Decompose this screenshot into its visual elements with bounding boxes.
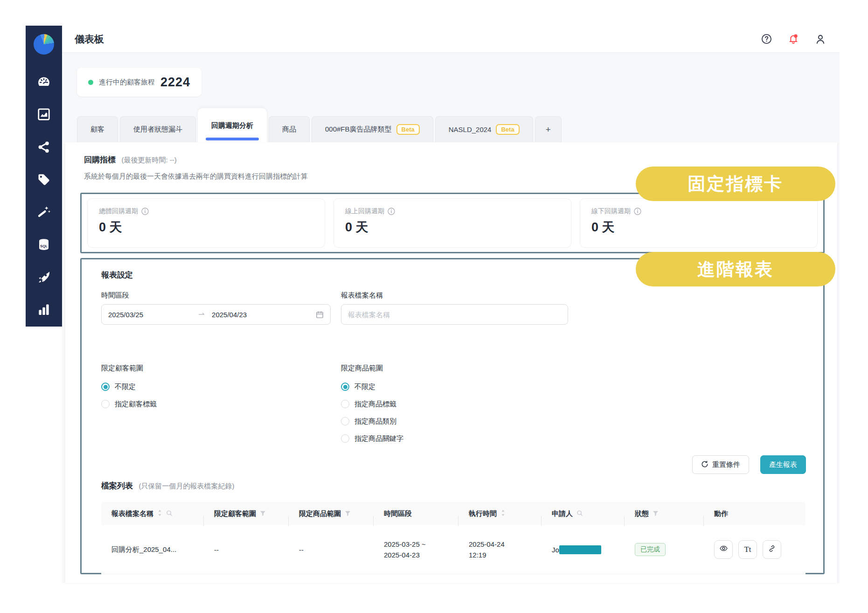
tab-user-state-funnel[interactable]: 使用者狀態漏斗: [120, 116, 196, 142]
table-row: 回購分析_2025_04... -- -- 2025-03-25 ~ 2025-…: [101, 525, 806, 574]
add-tab-button[interactable]: +: [535, 116, 562, 142]
radio-product-unlimited[interactable]: 不限定: [341, 382, 403, 392]
date-range-picker[interactable]: 2025/03/25 2025/04/23: [101, 304, 331, 325]
area-chart-icon: [37, 107, 51, 123]
sidebar-item-tags[interactable]: [26, 164, 62, 197]
column-label: 時間區段: [384, 509, 412, 518]
tab-label: 000#FB廣告品牌類型: [325, 125, 392, 134]
dashboard-gauge-icon: [37, 75, 51, 91]
tab-repurchase-cycle-analysis[interactable]: 回購週期分析: [198, 108, 267, 142]
file-list-subtitle: (只保留一個月的報表檔案紀錄): [139, 482, 234, 490]
font-tt-icon: Tt: [744, 545, 751, 554]
sidebar-item-analytics[interactable]: [26, 99, 62, 132]
col-header-file-name[interactable]: 報表檔案名稱: [101, 509, 204, 518]
search-icon[interactable]: [576, 510, 583, 518]
column-label: 報表檔案名稱: [111, 509, 153, 518]
metric-value: 0 天: [345, 219, 560, 236]
info-icon[interactable]: [388, 208, 395, 215]
cell-customer-scope: --: [204, 546, 289, 554]
radio-product-keyword[interactable]: 指定商品關鍵字: [341, 433, 403, 444]
product-scope-label: 限定商品範圍: [341, 364, 383, 373]
col-header-status[interactable]: 狀態: [625, 509, 704, 518]
exec-clock: 12:19: [469, 550, 542, 560]
customer-scope-radio-group: 不限定 指定顧客標籤: [101, 382, 157, 409]
journey-label: 進行中的顧客旅程: [99, 78, 155, 87]
notification-bell-icon[interactable]: [787, 33, 799, 45]
radio-label: 不限定: [115, 383, 136, 391]
user-avatar-icon[interactable]: [814, 33, 826, 45]
tab-customers[interactable]: 顧客: [77, 116, 118, 142]
sidebar-item-automation[interactable]: [26, 196, 62, 229]
file-name-input[interactable]: [341, 304, 568, 325]
filter-icon[interactable]: [260, 510, 266, 518]
tab-fb-ad-brand-type[interactable]: 000#FB廣告品牌類型 Beta: [312, 116, 433, 142]
status-badge: 已完成: [635, 543, 666, 556]
info-icon[interactable]: [141, 208, 149, 215]
filter-icon[interactable]: [653, 510, 659, 518]
sidebar-item-launch[interactable]: [26, 262, 62, 294]
fixed-metrics-box: 總體回購週期 0 天 線上回購週期 0 天: [80, 193, 825, 253]
metric-card-overall: 總體回購週期 0 天: [87, 198, 325, 248]
callout-advanced-report: 進階報表: [636, 252, 835, 286]
sidebar-item-reports[interactable]: [26, 294, 62, 327]
info-icon[interactable]: [634, 208, 641, 215]
metric-label: 線下回購週期: [591, 207, 631, 216]
cell-product-scope: --: [289, 546, 374, 554]
sql-database-icon: SQL: [37, 237, 51, 253]
sidebar-item-sql[interactable]: SQL: [26, 229, 62, 262]
radio-product-tag[interactable]: 指定商品標籤: [341, 399, 403, 409]
tab-label: 回購週期分析: [211, 121, 253, 130]
reset-conditions-button[interactable]: 重置條件: [692, 455, 749, 474]
radio-label: 不限定: [354, 383, 375, 391]
date-start-value: 2025/03/25: [108, 311, 143, 319]
column-label: 動作: [714, 509, 728, 518]
time-range-start: 2025-03-25 ~: [384, 539, 458, 550]
column-label: 限定顧客範圍: [214, 509, 256, 518]
dashboard-tabs: 顧客 使用者狀態漏斗 回購週期分析 商品 000#FB廣告品牌類型 Beta N…: [77, 108, 562, 142]
column-label: 執行時間: [469, 509, 497, 518]
metric-label: 總體回購週期: [99, 207, 138, 216]
tab-label: 商品: [282, 125, 296, 134]
metrics-last-updated: (最後更新時間: --): [121, 156, 176, 164]
radio-customer-tag[interactable]: 指定顧客標籤: [101, 399, 157, 409]
radio-product-category[interactable]: 指定商品類別: [341, 416, 403, 426]
cell-file-name[interactable]: 回購分析_2025_04...: [101, 545, 204, 554]
radio-checked-icon: [341, 383, 349, 391]
col-header-time-range[interactable]: 時間區段: [374, 509, 458, 518]
metrics-description: 系統於每個月的最後一天會依據過去兩年的購買資料進行回購指標的計算: [84, 172, 308, 181]
cell-status: 已完成: [625, 543, 704, 556]
beta-badge: Beta: [396, 124, 420, 135]
cell-actions: Tt: [704, 540, 806, 559]
column-label: 申請人: [552, 509, 573, 518]
metric-card-offline: 線下回購週期 0 天: [580, 198, 818, 248]
help-icon[interactable]: [760, 33, 772, 45]
font-download-button[interactable]: Tt: [738, 540, 757, 559]
radio-label: 指定商品標籤: [354, 400, 396, 409]
view-report-button[interactable]: [714, 540, 733, 559]
file-list-table: 報表檔案名稱 限定顧客範圍: [101, 502, 806, 574]
app-logo[interactable]: [34, 34, 54, 55]
status-dot: [88, 80, 93, 85]
col-header-applicant[interactable]: 申請人: [542, 509, 625, 518]
sidebar-item-journeys[interactable]: [26, 132, 62, 164]
col-header-product-scope[interactable]: 限定商品範圍: [289, 509, 374, 518]
sort-icon[interactable]: [500, 509, 506, 518]
tab-products[interactable]: 商品: [269, 116, 310, 142]
copy-link-button[interactable]: [763, 540, 781, 559]
sort-icon[interactable]: [157, 509, 162, 518]
col-header-customer-scope[interactable]: 限定顧客範圍: [204, 509, 289, 518]
filter-icon[interactable]: [345, 510, 351, 518]
sidebar-item-dashboard[interactable]: [26, 67, 62, 99]
search-icon[interactable]: [166, 510, 173, 518]
generate-report-button[interactable]: 產生報表: [760, 455, 806, 474]
calendar-icon: [316, 311, 324, 319]
col-header-exec-time[interactable]: 執行時間: [458, 509, 542, 518]
customer-scope-label: 限定顧客範圍: [101, 364, 143, 373]
redaction-bar: [559, 545, 601, 554]
column-label: 狀態: [635, 509, 649, 518]
radio-customer-unlimited[interactable]: 不限定: [101, 382, 157, 392]
file-list-heading: 檔案列表 (只保留一個月的報表檔案紀錄): [101, 481, 234, 491]
share-icon: [37, 140, 51, 156]
date-end-value: 2025/04/23: [212, 311, 247, 319]
tab-nasld-2024[interactable]: NASLD_2024 Beta: [435, 116, 533, 142]
